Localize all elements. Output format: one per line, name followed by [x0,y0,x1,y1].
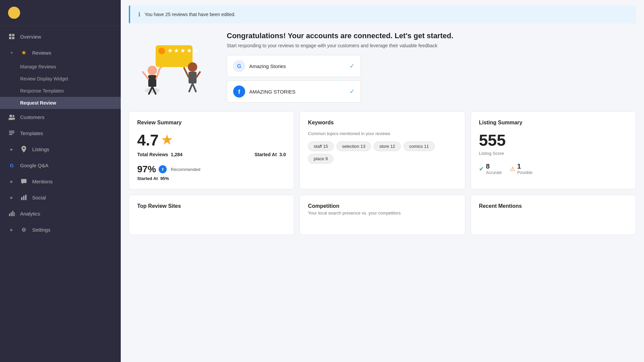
svg-point-22 [148,66,157,75]
sidebar-item-mentions-label: Mentions [32,179,53,184]
svg-rect-13 [25,195,26,200]
svg-point-29 [188,62,197,72]
svg-point-5 [12,115,14,117]
sidebar-item-social-label: Social [32,195,46,200]
sidebar-item-overview-label: Overview [20,34,41,40]
svg-rect-12 [23,196,24,200]
possible-label: Possible [517,170,532,175]
listing-stats: ✔ 8 Accurate ⚠ 1 Possible [479,163,628,175]
svg-rect-0 [9,34,11,36]
svg-rect-17 [14,213,15,216]
svg-line-34 [193,83,196,92]
svg-rect-30 [189,72,197,83]
reviews-icon: ★ [20,49,28,56]
sidebar-item-response-templates[interactable]: Response Templates [0,85,121,97]
account-facebook-check-icon: ✓ [350,88,355,95]
sidebar-item-customers[interactable]: Customers [0,109,121,125]
svg-line-32 [197,72,200,77]
rating-star-icon: ★ [161,133,172,147]
sidebar-item-templates[interactable]: Templates [0,125,121,141]
svg-rect-3 [12,37,14,39]
banner-text: You have 25 reviews that have been edite… [145,12,235,17]
overview-icon [8,33,15,40]
competition-card: Competition Your local search presence v… [300,195,465,235]
sidebar-item-listings[interactable]: ▶ Listings [0,141,121,157]
keyword-tag-store[interactable]: store 12 [374,141,401,151]
account-facebook-name: AMAZING STORIES [249,89,345,95]
total-reviews-label: Total Reviews [137,152,168,157]
svg-rect-9 [9,132,14,133]
hero-subtitle: Start responding to your reviews to enga… [227,43,636,48]
keywords-description: Common topics mentioned in your reviews [308,131,457,136]
sidebar-item-analytics-label: Analytics [20,211,40,217]
keyword-tag-staff[interactable]: staff 15 [308,141,333,151]
started-at-value: 3.0 [279,152,286,157]
keyword-tag-comics[interactable]: comics 11 [404,141,435,151]
analytics-icon [8,210,15,217]
started-at-pct-value: 95% [160,176,169,181]
svg-rect-1 [12,34,14,36]
info-banner: ℹ You have 25 reviews that have been edi… [129,5,636,23]
sidebar-item-templates-label: Templates [20,130,43,136]
account-card-facebook: f AMAZING STORIES ✓ [227,80,361,103]
recent-mentions-title: Recent Mentions [479,203,628,209]
account-google-name: Amazing Stories [249,63,345,69]
recommended-label: Recommended [171,167,200,172]
started-at-label: Started At [255,152,277,157]
sidebar-logo [0,0,121,26]
review-meta: Total Reviews 1,284 Started At 3.0 [137,152,286,157]
sidebar-item-reviews[interactable]: ▼ ★ Reviews [0,45,121,61]
sidebar-item-overview[interactable]: Overview [0,28,121,45]
keywords-title: Keywords [308,120,457,126]
svg-rect-15 [11,212,12,216]
sidebar-item-review-display-widget[interactable]: Review Display Widget [0,73,121,85]
sidebar-item-social[interactable]: ▶ Social [0,189,121,205]
keyword-tag-place[interactable]: place 9 [308,154,333,164]
sidebar-item-listings-label: Listings [32,146,49,152]
svg-rect-14 [9,214,10,216]
mentions-chevron-icon: ▶ [8,178,15,185]
mentions-icon [20,178,28,185]
svg-rect-16 [12,211,13,216]
social-icon [20,194,28,201]
sidebar-item-request-review[interactable]: Request Review [0,97,121,109]
sidebar-item-google-qa[interactable]: G Google Q&A [0,157,121,173]
svg-rect-11 [21,197,22,200]
keyword-tag-selection[interactable]: selection 13 [336,141,371,151]
social-chevron-icon: ▶ [8,194,15,201]
sidebar-item-settings-label: Settings [32,227,50,233]
accurate-count: 8 [486,163,502,170]
svg-point-19 [158,48,165,54]
hero-section: ★★★★★ Congratulations! Your [121,23,644,111]
logo-icon [8,7,20,19]
possible-warn-icon: ⚠ [510,165,515,173]
google-avatar: G [233,60,245,72]
svg-line-24 [143,72,148,79]
templates-icon [8,129,15,137]
svg-text:f: f [238,88,240,95]
top-review-sites-card: Top Review Sites [129,195,294,235]
sidebar-item-analytics[interactable]: Analytics [0,205,121,222]
total-reviews-value: 1,284 [171,152,182,157]
review-recommended: 97% f Recommended [137,164,286,175]
sidebar-item-customers-label: Customers [20,114,45,120]
sidebar-item-settings[interactable]: ▶ ⚙ Settings [0,222,121,238]
keyword-tags: staff 15 selection 13 store 12 comics 11… [308,141,457,164]
listing-score-label: Listing Score [479,151,628,156]
review-started-pct: Started At 95% [137,176,286,181]
svg-text:★★★★★: ★★★★★ [167,47,199,54]
sidebar-item-manage-reviews[interactable]: Manage Reviews [0,61,121,73]
svg-line-31 [184,68,189,77]
svg-rect-10 [9,134,12,135]
listing-stat-accurate: ✔ 8 Accurate [479,163,502,175]
sidebar-item-reviews-label: Reviews [32,50,51,56]
info-icon: ℹ [138,11,141,18]
possible-count: 1 [517,163,532,170]
bottom-cards-row: Top Review Sites Competition Your local … [121,195,644,243]
hero-text: Congratulations! Your accounts are conne… [227,32,636,106]
rating-value: 4.7 [137,131,159,149]
sidebar: Overview ▼ ★ Reviews Manage Reviews Revi… [0,0,121,362]
sidebar-item-mentions[interactable]: ▶ Mentions [0,173,121,189]
hero-illustration: ★★★★★ [129,35,216,102]
listings-chevron-icon: ▶ [8,145,15,153]
